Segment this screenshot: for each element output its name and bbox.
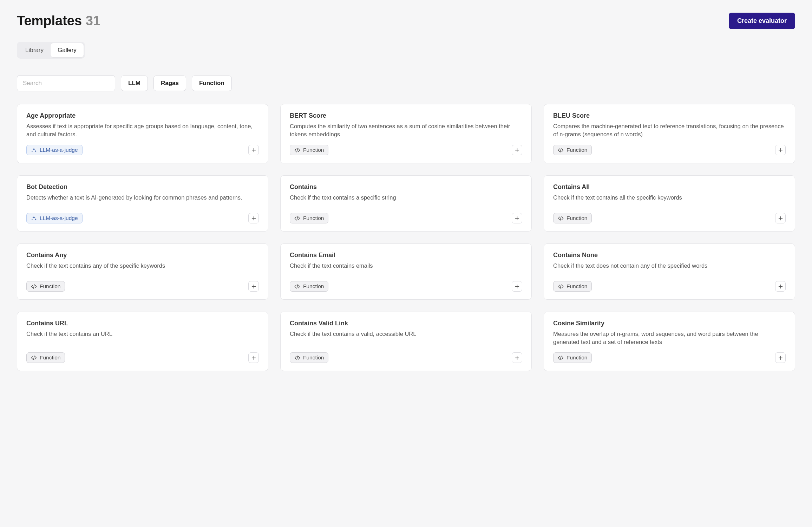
add-button[interactable]: [248, 281, 259, 292]
card-description: Check if the text contains a specific st…: [290, 194, 522, 207]
badge-llm-as-a-judge: LLM-as-a-judge: [26, 145, 83, 155]
card-title: BERT Score: [290, 112, 522, 119]
filter-chip-ragas[interactable]: Ragas: [153, 76, 186, 91]
card-title: Age Appropriate: [26, 112, 259, 119]
sparkle-icon: [31, 215, 37, 221]
sparkle-icon: [31, 147, 37, 153]
template-card[interactable]: Contains Any Check if the text contains …: [17, 243, 268, 300]
plus-icon: [778, 284, 783, 289]
template-card[interactable]: Contains Check if the text contains a sp…: [280, 175, 532, 232]
tab-library[interactable]: Library: [18, 43, 51, 57]
card-footer: Function: [553, 352, 786, 363]
card-footer: Function: [290, 145, 522, 155]
create-evaluator-button[interactable]: Create evaluator: [729, 13, 795, 29]
card-description: Check if the text contains a valid, acce…: [290, 330, 522, 346]
add-button[interactable]: [512, 213, 522, 223]
card-description: Computes the similarity of two sentences…: [290, 122, 522, 138]
badge-function: Function: [290, 213, 328, 223]
card-description: Check if the text contains any of the sp…: [26, 262, 259, 275]
add-button[interactable]: [512, 281, 522, 292]
plus-icon: [251, 284, 256, 289]
card-description: Check if the text contains emails: [290, 262, 522, 275]
filter-chip-function[interactable]: Function: [192, 76, 232, 91]
badge-label: LLM-as-a-judge: [40, 147, 78, 153]
badge-label: Function: [40, 354, 60, 361]
plus-icon: [778, 355, 783, 360]
badge-label: Function: [303, 215, 324, 221]
card-footer: Function: [290, 281, 522, 292]
add-button[interactable]: [248, 213, 259, 223]
template-grid: Age Appropriate Assesses if text is appr…: [17, 104, 795, 371]
divider: [17, 66, 795, 66]
template-card[interactable]: Bot Detection Detects whether a text is …: [17, 175, 268, 232]
template-card[interactable]: Contains URL Check if the text contains …: [17, 312, 268, 371]
code-icon: [558, 355, 564, 361]
card-footer: LLM-as-a-judge: [26, 213, 259, 223]
badge-function: Function: [553, 281, 592, 292]
add-button[interactable]: [512, 352, 522, 363]
add-button[interactable]: [248, 145, 259, 155]
controls-row: LLM Ragas Function: [17, 75, 795, 91]
badge-label: Function: [303, 283, 324, 289]
plus-icon: [515, 284, 520, 289]
card-title: Contains Valid Link: [290, 320, 522, 327]
page-title: Templates 31: [17, 13, 100, 28]
template-card[interactable]: Contains All Check if the text contains …: [544, 175, 795, 232]
badge-function: Function: [26, 352, 65, 363]
plus-icon: [778, 216, 783, 221]
page-header: Templates 31 Create evaluator: [17, 13, 795, 29]
tab-gallery[interactable]: Gallery: [51, 43, 84, 57]
card-title: Contains Any: [26, 252, 259, 259]
card-title: Contains All: [553, 183, 786, 191]
add-button[interactable]: [248, 352, 259, 363]
add-button[interactable]: [775, 145, 786, 155]
code-icon: [294, 147, 300, 153]
template-card[interactable]: Contains None Check if the text does not…: [544, 243, 795, 300]
add-button[interactable]: [775, 213, 786, 223]
card-title: Bot Detection: [26, 183, 259, 191]
add-button[interactable]: [512, 145, 522, 155]
badge-function: Function: [553, 352, 592, 363]
card-description: Check if the text contains all the speci…: [553, 194, 786, 207]
card-footer: Function: [553, 145, 786, 155]
card-title: Contains URL: [26, 320, 259, 327]
badge-function: Function: [553, 213, 592, 223]
card-footer: Function: [26, 352, 259, 363]
template-card[interactable]: Contains Valid Link Check if the text co…: [280, 312, 532, 371]
badge-function: Function: [290, 145, 328, 155]
badge-function: Function: [290, 352, 328, 363]
template-card[interactable]: Cosine Similarity Measures the overlap o…: [544, 312, 795, 371]
code-icon: [31, 355, 37, 361]
badge-label: LLM-as-a-judge: [40, 215, 78, 221]
badge-label: Function: [303, 354, 324, 361]
card-title: Contains Email: [290, 252, 522, 259]
plus-icon: [515, 355, 520, 360]
code-icon: [31, 284, 37, 289]
card-title: Contains None: [553, 252, 786, 259]
badge-llm-as-a-judge: LLM-as-a-judge: [26, 213, 83, 223]
template-card[interactable]: BERT Score Computes the similarity of tw…: [280, 104, 532, 163]
search-input[interactable]: [17, 75, 115, 91]
code-icon: [294, 355, 300, 361]
code-icon: [558, 215, 564, 221]
page-title-text: Templates: [17, 13, 82, 28]
plus-icon: [515, 148, 520, 153]
plus-icon: [515, 216, 520, 221]
card-description: Detects whether a text is AI-generated b…: [26, 194, 259, 207]
badge-label: Function: [567, 215, 587, 221]
card-footer: Function: [290, 352, 522, 363]
add-button[interactable]: [775, 281, 786, 292]
card-footer: LLM-as-a-judge: [26, 145, 259, 155]
template-card[interactable]: Age Appropriate Assesses if text is appr…: [17, 104, 268, 163]
card-description: Check if the text does not contain any o…: [553, 262, 786, 275]
template-card[interactable]: BLEU Score Compares the machine-generate…: [544, 104, 795, 163]
filter-chip-llm[interactable]: LLM: [121, 76, 148, 91]
card-title: BLEU Score: [553, 112, 786, 119]
code-icon: [558, 284, 564, 289]
template-card[interactable]: Contains Email Check if the text contain…: [280, 243, 532, 300]
badge-label: Function: [567, 354, 587, 361]
add-button[interactable]: [775, 352, 786, 363]
badge-function: Function: [26, 281, 65, 292]
badge-label: Function: [567, 147, 587, 153]
tabs: Library Gallery: [17, 42, 85, 59]
